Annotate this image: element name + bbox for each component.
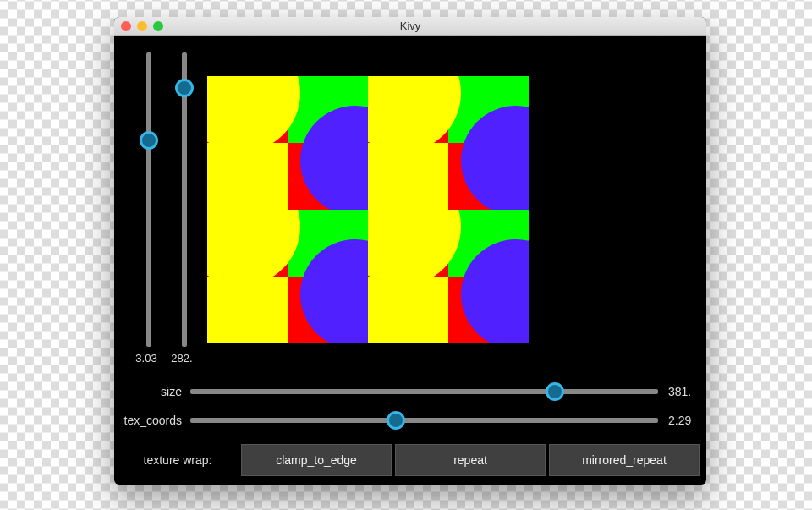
tex-coords-slider[interactable] [190,418,658,423]
tex-coords-row: tex_coords 2.29 [114,408,706,433]
wrap-option-mirrored-repeat[interactable]: mirrored_repeat [549,444,700,476]
wrap-option-repeat[interactable]: repeat [395,444,546,476]
tex-coords-label: tex_coords [114,414,190,427]
vertical-slider-1-value: 3.03 [129,352,163,365]
vertical-slider-1[interactable] [146,52,151,347]
slider-thumb[interactable] [387,411,405,430]
app-window: Kivy 3.03 282. [114,17,706,485]
texture-preview [207,76,529,343]
texture-wrap-options: clamp_to_edge repeat mirrored_repeat [241,444,706,476]
size-slider[interactable] [190,389,658,394]
wrap-option-clamp-to-edge[interactable]: clamp_to_edge [241,444,392,476]
tex-coords-value: 2.29 [668,414,706,427]
size-value: 381. [668,385,706,398]
vertical-slider-2-value: 282. [165,352,199,365]
content-area: 3.03 282. [114,36,706,485]
slider-thumb[interactable] [175,79,194,97]
size-label: size [114,385,190,398]
vertical-slider-2[interactable] [182,52,187,347]
slider-thumb[interactable] [140,131,158,150]
texture-wrap-label: texture wrap: [114,453,241,467]
titlebar: Kivy [114,17,706,36]
window-title: Kivy [114,19,706,32]
slider-thumb[interactable] [546,382,564,401]
texture-wrap-row: texture wrap: clamp_to_edge repeat mirro… [114,441,706,479]
size-row: size 381. [114,379,706,404]
